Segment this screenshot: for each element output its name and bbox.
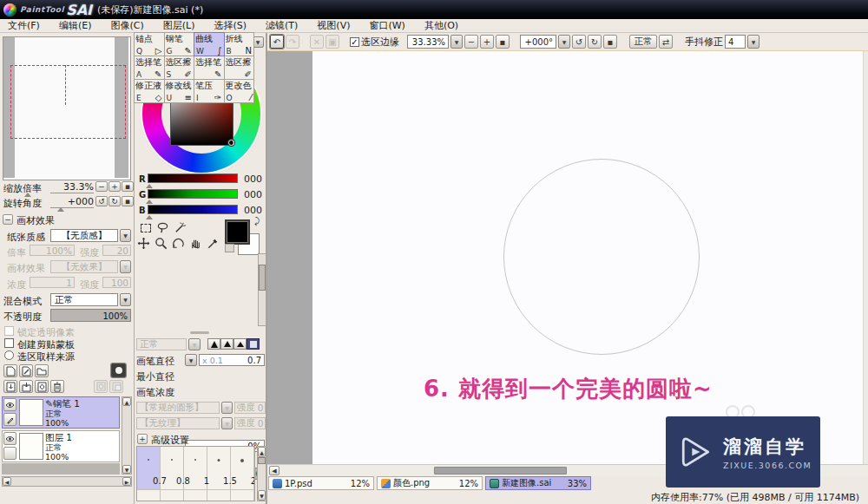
- nav-zoom-in-button[interactable]: +: [108, 181, 121, 192]
- r-slider[interactable]: [148, 173, 238, 183]
- rotate-slider-handle[interactable]: [57, 207, 64, 212]
- b-slider-handle[interactable]: [146, 215, 153, 219]
- tool-curve[interactable]: 曲线W∫: [194, 32, 225, 56]
- undo-button[interactable]: ↶: [270, 35, 284, 49]
- tool-grid-scroll-thumb[interactable]: [259, 265, 266, 291]
- flip-horizontal-button[interactable]: ⇄: [659, 35, 673, 49]
- canvas-viewport[interactable]: 6. 就得到一个完美的圆啦~: [267, 51, 868, 464]
- tool-select-pen-2[interactable]: 选择笔✎: [194, 56, 225, 80]
- paper-texture-dropdown-icon[interactable]: ▼: [120, 229, 131, 242]
- tool-pressure[interactable]: 笔压I✑: [194, 79, 225, 103]
- size-preset[interactable]: [231, 490, 254, 501]
- canvas-vscrollbar[interactable]: [863, 51, 868, 464]
- scroll-up-icon[interactable]: ▲: [258, 447, 266, 457]
- brush-diameter-field[interactable]: x 0.1 0.7: [199, 354, 265, 366]
- scroll-left-icon[interactable]: ◀: [3, 477, 11, 486]
- layer-pick-icon[interactable]: [3, 447, 16, 460]
- normal-view-button[interactable]: 正常: [629, 35, 657, 49]
- magic-wand-tool[interactable]: [173, 220, 187, 235]
- nav-rotate-reset-button[interactable]: ▪: [122, 196, 134, 206]
- edge-shape-hard-button[interactable]: [233, 338, 247, 350]
- size-preset[interactable]: [184, 490, 207, 501]
- size-preset[interactable]: 0.8: [161, 447, 184, 490]
- blend-mode-dropdown-icon[interactable]: ▼: [120, 293, 131, 306]
- rotate-view-tool[interactable]: [171, 236, 186, 251]
- menu-view[interactable]: 视图(V): [317, 19, 350, 32]
- menu-select[interactable]: 选择(S): [214, 19, 247, 32]
- layer-item-layer1[interactable]: 图层 1 正常 100%: [2, 430, 120, 462]
- menu-others[interactable]: 其他(O): [424, 19, 458, 32]
- size-preset[interactable]: [161, 490, 184, 501]
- size-preset[interactable]: 2: [231, 447, 254, 490]
- rotate-ccw-button[interactable]: ↺: [572, 35, 586, 49]
- navigator-rotate-value[interactable]: +000: [50, 196, 94, 208]
- menu-filter[interactable]: 滤镜(T): [266, 19, 298, 32]
- hand-tool[interactable]: [188, 236, 203, 251]
- zoom-dropdown-icon[interactable]: ▼: [450, 35, 463, 49]
- selection-edge-checkbox[interactable]: ✓: [350, 37, 359, 47]
- g-slider[interactable]: [148, 189, 238, 199]
- layer-thumbnail[interactable]: [19, 399, 43, 426]
- canvas-zoom-field[interactable]: 33.33%: [407, 35, 449, 49]
- layer-list-vscrollbar[interactable]: ▲ ▼: [122, 396, 132, 475]
- scroll-down-icon[interactable]: ▼: [258, 490, 266, 501]
- layer-pick-icon[interactable]: [3, 413, 16, 426]
- layer-thumbnail[interactable]: [19, 433, 43, 460]
- rotate-reset-button[interactable]: ▪: [603, 35, 617, 49]
- clear-layer-button[interactable]: [35, 380, 49, 393]
- angle-dropdown-icon[interactable]: ▼: [558, 35, 570, 49]
- nav-rotate-ccw-button[interactable]: ↺: [95, 196, 108, 206]
- canvas-angle-field[interactable]: +000°: [520, 35, 556, 49]
- zoom-out-button[interactable]: −: [464, 35, 478, 49]
- nav-zoom-reset-button[interactable]: ▪: [122, 181, 134, 192]
- edge-shape-medium-button[interactable]: [220, 338, 233, 350]
- navigator-zoom-value[interactable]: 33.3%: [50, 181, 94, 193]
- transparent-color-swatch[interactable]: [225, 244, 234, 252]
- doc-tab-color-png[interactable]: 颜色.png 12%: [377, 476, 483, 490]
- swap-colors-icon[interactable]: ⤸: [254, 216, 260, 226]
- selection-source-radio[interactable]: [4, 350, 14, 360]
- panel-drag-handle[interactable]: [190, 331, 209, 334]
- tool-edit-line[interactable]: 修改线U≡: [164, 79, 195, 103]
- canvas-hscroll-thumb[interactable]: [434, 467, 567, 475]
- size-preset[interactable]: 1: [184, 447, 207, 490]
- menu-canvas[interactable]: 图像(C): [110, 19, 143, 32]
- blend-mode-select[interactable]: 正常: [50, 293, 118, 306]
- delete-layer-button[interactable]: [50, 380, 64, 393]
- merge-down-button[interactable]: [19, 380, 33, 393]
- tool-pen[interactable]: 钢笔G✎: [164, 32, 195, 56]
- advanced-expand-button[interactable]: +: [137, 434, 148, 444]
- paper-texture-select[interactable]: 【无质感】: [50, 229, 118, 242]
- zoom-tool[interactable]: [154, 236, 168, 251]
- new-linework-layer-button[interactable]: [19, 364, 33, 377]
- tool-select-pen[interactable]: 选择笔A✎: [134, 56, 165, 80]
- menu-window[interactable]: 窗口(W): [369, 19, 404, 32]
- tool-grid-vscrollbar[interactable]: [258, 253, 266, 326]
- tool-select-eraser-2[interactable]: 选区擦✐: [224, 56, 255, 80]
- menu-file[interactable]: 文件(F): [8, 19, 40, 32]
- tool-polyline[interactable]: 折线BN: [224, 32, 255, 56]
- b-slider[interactable]: [148, 205, 238, 214]
- scroll-right-icon[interactable]: ▶: [122, 477, 131, 486]
- foreground-color-swatch[interactable]: [227, 221, 248, 243]
- layer-list-hscrollbar[interactable]: ◀ ▶: [2, 476, 132, 487]
- rotate-cw-button[interactable]: ↻: [588, 35, 602, 49]
- selection-target-button[interactable]: [111, 363, 126, 377]
- edge-shape-soft-button[interactable]: [207, 338, 220, 350]
- size-presets-vscrollbar[interactable]: ▲ ▼: [257, 446, 266, 501]
- zoom-in-button[interactable]: +: [480, 35, 494, 49]
- new-layer-button[interactable]: [3, 364, 17, 377]
- g-slider-handle[interactable]: [146, 200, 153, 204]
- layer-opacity-slider[interactable]: 100%: [50, 309, 131, 322]
- layer-visibility-icon[interactable]: [3, 398, 16, 411]
- tool-select-eraser[interactable]: 选区擦S✐: [164, 56, 195, 80]
- menu-edit[interactable]: 编辑(E): [59, 19, 92, 32]
- clipping-mask-checkbox[interactable]: [4, 338, 14, 348]
- rect-select-tool[interactable]: [138, 220, 153, 235]
- scroll-up-icon[interactable]: ▲: [122, 397, 131, 406]
- size-preset[interactable]: 1.5: [207, 447, 231, 490]
- lasso-tool[interactable]: [155, 220, 170, 235]
- scroll-down-icon[interactable]: ▼: [122, 465, 131, 474]
- navigator-preview[interactable]: [3, 36, 131, 180]
- size-preset[interactable]: [137, 490, 161, 501]
